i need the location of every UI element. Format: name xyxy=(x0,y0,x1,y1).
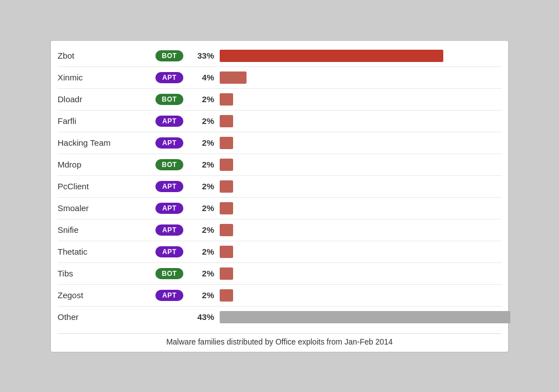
bar-track xyxy=(220,266,501,281)
row-badge-wrap: APT xyxy=(147,137,192,149)
badge-apt: APT xyxy=(155,203,183,214)
chart-row: SmoalerAPT2% xyxy=(58,198,501,219)
bar-track xyxy=(220,70,501,85)
bar-track xyxy=(220,113,501,129)
row-label: Zbot xyxy=(58,51,147,60)
row-badge-wrap: APT xyxy=(147,290,192,301)
chart-row: XinmicAPT4% xyxy=(58,67,501,89)
row-label: Other xyxy=(58,312,147,322)
bar xyxy=(220,224,233,236)
row-label: Zegost xyxy=(58,290,147,300)
bar xyxy=(220,202,233,214)
row-percent: 2% xyxy=(192,290,220,300)
bar-track xyxy=(220,200,501,216)
bar xyxy=(220,115,233,127)
row-label: PcClient xyxy=(58,181,147,191)
bar-track xyxy=(220,179,501,194)
chart-row: TibsBOT2% xyxy=(58,263,501,285)
bar xyxy=(220,289,233,302)
row-label: Farfli xyxy=(58,116,147,126)
bar xyxy=(220,180,233,193)
badge-apt: APT xyxy=(155,290,183,301)
row-percent: 2% xyxy=(192,116,220,126)
row-badge-wrap: BOT xyxy=(147,94,192,105)
bar xyxy=(220,311,510,323)
bar xyxy=(220,137,233,149)
row-percent: 2% xyxy=(192,181,220,191)
badge-apt: APT xyxy=(155,137,183,149)
chart-row: DloadrBOT2% xyxy=(58,89,501,111)
bar-track xyxy=(220,309,510,325)
chart-row: PcClientAPT2% xyxy=(58,176,501,198)
chart-area: ZbotBOT33%XinmicAPT4%DloadrBOT2%FarfliAP… xyxy=(58,45,501,328)
bar xyxy=(220,246,233,258)
row-label: Snifie xyxy=(58,225,147,235)
bar xyxy=(220,50,443,62)
chart-row: Other43% xyxy=(58,307,501,328)
bar xyxy=(220,159,233,171)
row-label: Hacking Team xyxy=(58,138,147,147)
row-badge-wrap: BOT xyxy=(147,268,192,279)
row-percent: 2% xyxy=(192,138,220,147)
row-percent: 33% xyxy=(192,51,220,60)
badge-bot: BOT xyxy=(155,94,184,105)
chart-row: FarfliAPT2% xyxy=(58,111,501,132)
row-badge-wrap: APT xyxy=(147,181,192,192)
chart-row: SnifieAPT2% xyxy=(58,219,501,241)
chart-row: ZbotBOT33% xyxy=(58,45,501,67)
chart-row: ZegostAPT2% xyxy=(58,285,501,307)
badge-bot: BOT xyxy=(155,268,184,279)
row-badge-wrap: APT xyxy=(147,72,192,83)
badge-apt: APT xyxy=(155,224,183,236)
bar-track xyxy=(220,157,501,173)
badge-bot: BOT xyxy=(155,50,184,61)
row-badge-wrap: APT xyxy=(147,224,192,236)
badge-apt: APT xyxy=(155,72,183,83)
chart-row: MdropBOT2% xyxy=(58,154,501,176)
badge-bot: BOT xyxy=(155,159,184,170)
row-label: Smoaler xyxy=(58,203,147,213)
bar xyxy=(220,267,233,280)
row-percent: 43% xyxy=(192,312,220,322)
row-percent: 2% xyxy=(192,269,220,278)
bar xyxy=(220,93,233,106)
chart-caption: Malware families distributed by Office e… xyxy=(58,333,501,346)
row-badge-wrap: BOT xyxy=(147,50,192,61)
bar-track xyxy=(220,92,501,107)
chart-row: ThetaticAPT2% xyxy=(58,241,501,263)
row-label: Thetatic xyxy=(58,247,147,256)
badge-apt: APT xyxy=(155,246,183,257)
chart-container: ZbotBOT33%XinmicAPT4%DloadrBOT2%FarfliAP… xyxy=(50,40,509,352)
row-percent: 2% xyxy=(192,247,220,256)
bar-track xyxy=(220,48,501,64)
badge-apt: APT xyxy=(155,116,183,127)
row-label: Xinmic xyxy=(58,73,147,82)
bar-track xyxy=(220,222,501,238)
bar-track xyxy=(220,135,501,151)
bar xyxy=(220,71,247,84)
row-percent: 2% xyxy=(192,225,220,235)
row-label: Tibs xyxy=(58,269,147,278)
bar-track xyxy=(220,288,501,303)
row-label: Dloadr xyxy=(58,94,147,104)
row-badge-wrap: APT xyxy=(147,203,192,214)
row-percent: 2% xyxy=(192,203,220,213)
bar-track xyxy=(220,244,501,260)
row-badge-wrap: APT xyxy=(147,116,192,127)
row-percent: 4% xyxy=(192,73,220,82)
row-label: Mdrop xyxy=(58,160,147,169)
row-badge-wrap: APT xyxy=(147,246,192,257)
row-badge-wrap: BOT xyxy=(147,159,192,170)
chart-row: Hacking TeamAPT2% xyxy=(58,132,501,154)
badge-apt: APT xyxy=(155,181,183,192)
row-percent: 2% xyxy=(192,94,220,104)
row-percent: 2% xyxy=(192,160,220,169)
